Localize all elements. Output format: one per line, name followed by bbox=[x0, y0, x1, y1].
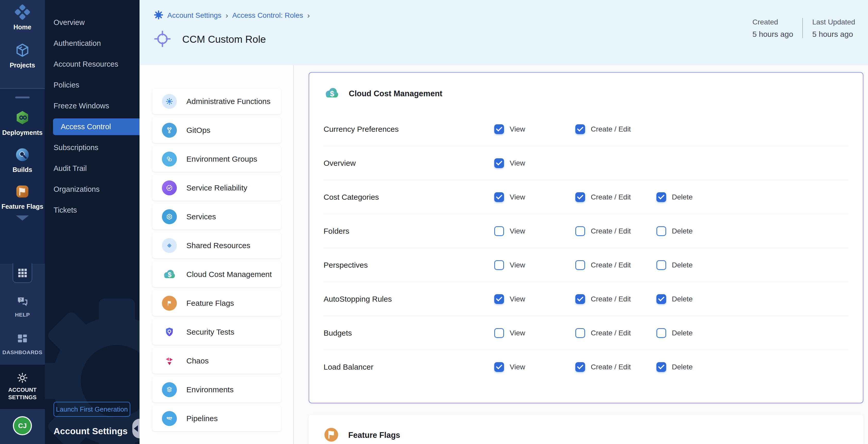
avatar[interactable]: CJ bbox=[14, 417, 31, 434]
sidebar-item-subscriptions[interactable]: Subscriptions bbox=[45, 137, 140, 158]
sidebar-item-authentication[interactable]: Authentication bbox=[45, 33, 140, 54]
rail-avatar-section: CJ bbox=[0, 409, 45, 444]
cloud-dollar-icon: $ bbox=[323, 85, 340, 102]
created-value: 5 hours ago bbox=[752, 30, 793, 39]
account-settings-sidebar: Overview Authentication Account Resource… bbox=[45, 0, 140, 444]
rail-item-feature-flags[interactable]: Feature Flags bbox=[0, 184, 45, 210]
created-label: Created bbox=[752, 18, 793, 26]
breadcrumb-access-control-roles[interactable]: Access Control: Roles bbox=[232, 11, 303, 20]
resource-card-chaos[interactable]: Chaos bbox=[152, 348, 281, 374]
view-checkbox[interactable] bbox=[494, 260, 504, 270]
rail-item-dashboards[interactable]: DASHBOARDS bbox=[0, 332, 45, 355]
delete-checkbox[interactable] bbox=[656, 328, 666, 338]
breadcrumb-account-settings[interactable]: Account Settings bbox=[167, 11, 221, 20]
gear-icon bbox=[17, 373, 28, 384]
delete-checkbox[interactable] bbox=[656, 294, 666, 304]
resource-card-shared-resources[interactable]: Shared Resources bbox=[152, 233, 281, 258]
drag-handle[interactable] bbox=[15, 97, 30, 98]
sidebar-item-access-control[interactable]: Access Control bbox=[53, 118, 140, 135]
hexagon-target-icon bbox=[162, 209, 177, 224]
chevron-down-icon[interactable] bbox=[16, 216, 29, 221]
hexagon-group-icon bbox=[162, 152, 177, 166]
svg-text:$: $ bbox=[168, 271, 172, 278]
view-checkbox[interactable] bbox=[494, 328, 504, 338]
create-edit-checkbox[interactable] bbox=[575, 362, 585, 372]
gear-icon bbox=[162, 94, 177, 109]
permission-row-autostopping-rules: AutoStopping Rules View Create / Edit De… bbox=[323, 282, 848, 316]
permission-row-load-balancer: Load Balancer View Create / Edit Delete bbox=[323, 350, 848, 384]
create-edit-checkbox[interactable] bbox=[575, 192, 585, 202]
create-edit-checkbox[interactable] bbox=[575, 124, 585, 134]
reliability-check-icon bbox=[162, 181, 177, 195]
builds-donut-icon bbox=[14, 147, 30, 164]
sidebar-item-overview[interactable]: Overview bbox=[45, 12, 140, 33]
rail-account-settings[interactable]: ACCOUNTSETTINGS bbox=[0, 365, 45, 409]
section-title: Cloud Cost Management bbox=[349, 89, 442, 98]
delete-checkbox[interactable] bbox=[656, 362, 666, 372]
section-title: Feature Flags bbox=[348, 431, 400, 440]
green-hexagon-infinity-icon bbox=[14, 109, 30, 127]
permission-row-perspectives: Perspectives View Create / Edit Delete bbox=[323, 248, 848, 282]
content-area: Administrative Functions GitOps Environm… bbox=[140, 65, 868, 444]
rail-label: Feature Flags bbox=[2, 203, 43, 210]
orange-flag-square-icon bbox=[14, 184, 30, 200]
rail-utility-section: ? HELP DASHBOARDS bbox=[0, 264, 45, 365]
create-edit-checkbox[interactable] bbox=[575, 294, 585, 304]
sidebar-item-policies[interactable]: Policies bbox=[45, 75, 140, 95]
resource-card-service-reliability[interactable]: Service Reliability bbox=[152, 175, 281, 200]
resource-card-security-tests[interactable]: Security Tests bbox=[152, 319, 281, 345]
role-meta: Created 5 hours ago Last Updated 5 hours… bbox=[743, 18, 864, 39]
feature-flags-permissions-card: Feature Flags bbox=[309, 415, 863, 444]
create-edit-checkbox[interactable] bbox=[575, 328, 585, 338]
create-edit-checkbox[interactable] bbox=[575, 260, 585, 270]
view-checkbox[interactable] bbox=[494, 362, 504, 372]
view-checkbox[interactable] bbox=[494, 158, 504, 168]
pipeline-nodes-icon bbox=[162, 411, 177, 426]
sidebar-item-freeze-windows[interactable]: Freeze Windows bbox=[45, 95, 140, 116]
sidebar-item-organizations[interactable]: Organizations bbox=[45, 179, 140, 200]
rail-item-help[interactable]: ? HELP bbox=[0, 295, 45, 318]
rail-item-deployments[interactable]: Deployments bbox=[0, 109, 45, 136]
svg-text:$: $ bbox=[330, 89, 334, 98]
rail-modules-section: Deployments Builds Feature Flags bbox=[0, 89, 45, 264]
view-checkbox[interactable] bbox=[494, 124, 504, 134]
resource-card-administrative-functions[interactable]: Administrative Functions bbox=[152, 89, 281, 114]
launch-first-generation-button[interactable]: Launch First Generation bbox=[54, 402, 130, 417]
chaos-triangles-icon bbox=[162, 353, 177, 368]
resource-card-environments[interactable]: Environments bbox=[152, 377, 281, 402]
resource-card-pipelines[interactable]: Pipelines bbox=[152, 406, 281, 431]
gear-icon bbox=[154, 10, 163, 21]
view-checkbox[interactable] bbox=[494, 294, 504, 304]
cloud-dollar-icon: $ bbox=[162, 267, 177, 282]
rail-item-projects[interactable]: Projects bbox=[0, 42, 45, 69]
resource-card-environment-groups[interactable]: Environment Groups bbox=[152, 146, 281, 172]
rail-label: DASHBOARDS bbox=[2, 349, 42, 355]
sidebar-item-account-resources[interactable]: Account Resources bbox=[45, 54, 140, 75]
resource-card-gitops[interactable]: GitOps bbox=[152, 117, 281, 143]
git-branch-icon bbox=[162, 123, 177, 138]
sidebar-title: Account Settings bbox=[54, 426, 128, 436]
rail-label: Deployments bbox=[2, 129, 43, 136]
delete-checkbox[interactable] bbox=[656, 260, 666, 270]
last-updated-label: Last Updated bbox=[812, 18, 855, 26]
view-checkbox[interactable] bbox=[494, 192, 504, 202]
cube-icon bbox=[14, 42, 30, 59]
role-crosshair-icon bbox=[154, 30, 171, 49]
page-header: Account Settings › Access Control: Roles… bbox=[140, 0, 868, 65]
delete-checkbox[interactable] bbox=[656, 192, 666, 202]
sidebar-item-audit-trail[interactable]: Audit Trail bbox=[45, 158, 140, 179]
module-selector-button[interactable] bbox=[12, 263, 32, 283]
resource-card-feature-flags[interactable]: Feature Flags bbox=[152, 290, 281, 316]
resource-card-cloud-cost-management[interactable]: $ Cloud Cost Management bbox=[152, 261, 281, 287]
sidebar-collapse-button[interactable] bbox=[132, 419, 140, 438]
rail-label: ACCOUNTSETTINGS bbox=[8, 386, 36, 401]
rail-item-home[interactable]: Home bbox=[0, 4, 45, 31]
harness-logo-icon bbox=[14, 4, 30, 21]
view-checkbox[interactable] bbox=[494, 226, 504, 236]
main-area: Account Settings › Access Control: Roles… bbox=[140, 0, 868, 444]
create-edit-checkbox[interactable] bbox=[575, 226, 585, 236]
sidebar-item-tickets[interactable]: Tickets bbox=[45, 200, 140, 221]
rail-item-builds[interactable]: Builds bbox=[0, 147, 45, 173]
delete-checkbox[interactable] bbox=[656, 226, 666, 236]
resource-card-services[interactable]: Services bbox=[152, 204, 281, 229]
